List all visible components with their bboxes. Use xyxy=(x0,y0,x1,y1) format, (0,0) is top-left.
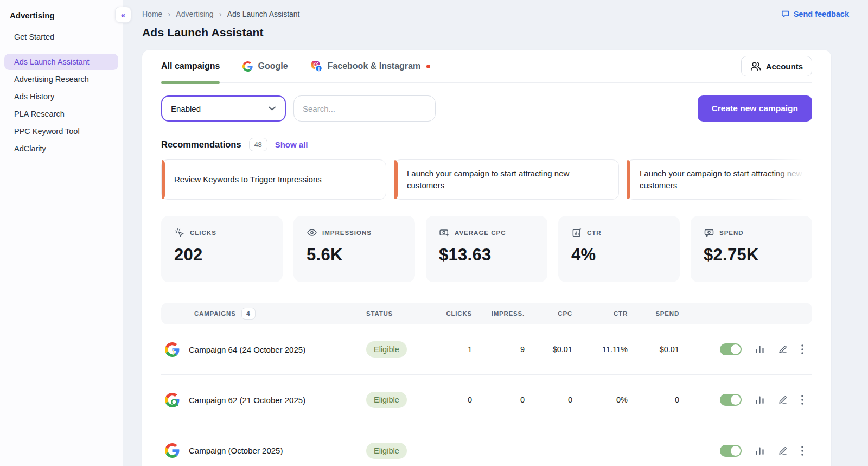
recommendations-title: Recommendations xyxy=(161,139,241,150)
stat-card-spend: SPEND $2.75K xyxy=(691,216,812,282)
status-filter-value: Enabled xyxy=(171,104,201,113)
analytics-chart-icon[interactable] xyxy=(755,345,764,354)
stat-value-clicks: 202 xyxy=(174,245,270,265)
sidebar-item-pla-research[interactable]: PLA Research xyxy=(4,106,118,122)
ctr-value: 0% xyxy=(572,395,628,404)
campaign-name[interactable]: Campaign (October 2025) xyxy=(189,446,283,455)
col-clicks: CLICKS xyxy=(429,310,472,317)
stat-card-clicks: CLICKS 202 xyxy=(161,216,283,282)
clicks-value: 1 xyxy=(429,345,472,354)
stat-card-average-cpc: AVERAGE CPC $13.63 xyxy=(426,216,547,282)
impressions-value: 0 xyxy=(472,395,525,404)
stat-value-average-cpc: $13.63 xyxy=(439,245,534,265)
top-bar: Home › Advertising › Ads Launch Assistan… xyxy=(123,0,868,18)
kebab-menu-icon[interactable] xyxy=(801,344,803,354)
col-cpc: CPC xyxy=(525,310,572,317)
send-feedback-label: Send feedback xyxy=(794,10,849,18)
edit-pencil-icon[interactable] xyxy=(778,344,788,354)
sidebar-item-ppc-keyword-tool[interactable]: PPC Keyword Tool xyxy=(4,123,118,139)
accent-bar xyxy=(394,160,398,199)
recommendation-text: Launch your campaign to start attracting… xyxy=(640,168,812,191)
accent-bar xyxy=(627,160,630,199)
sidebar-item-ads-launch-assistant[interactable]: Ads Launch Assistant xyxy=(4,54,118,70)
stat-label: CTR xyxy=(587,229,602,236)
sidebar-item-adclarity[interactable]: AdClarity xyxy=(4,141,118,157)
recommendation-card[interactable]: Launch your campaign to start attracting… xyxy=(394,159,619,200)
stat-card-impressions: IMPRESSIONS 5.6K xyxy=(293,216,415,282)
table-row: Campaign (October 2025) Eligible xyxy=(161,425,812,466)
google-search-icon xyxy=(165,393,180,407)
sidebar-item-advertising-research[interactable]: Advertising Research xyxy=(4,71,118,87)
tab-facebook-instagram[interactable]: f Facebook & Instagram xyxy=(311,50,431,82)
sidebar-title: Advertising xyxy=(0,9,123,28)
tab-google[interactable]: Google xyxy=(242,50,288,82)
stats-row: CLICKS 202 IMPRESSIONS 5.6K AV xyxy=(161,216,812,282)
recommendation-text: Review Keywords to Trigger Impressions xyxy=(174,174,322,186)
cursor-click-icon xyxy=(174,227,185,238)
accounts-button[interactable]: Accounts xyxy=(741,56,812,76)
edit-pencil-icon[interactable] xyxy=(778,395,788,405)
table-row: Campaign 64 (24 October 2025) Eligible 1… xyxy=(161,324,812,375)
stat-value-spend: $2.75K xyxy=(704,245,799,265)
stat-label: SPEND xyxy=(719,229,744,236)
spend-value: $0.01 xyxy=(628,345,679,354)
search-input[interactable] xyxy=(303,104,426,113)
table-header: CAMPAIGNS 4 STATUS CLICKS IMPRESS. CPC C… xyxy=(161,303,812,324)
col-impressions: IMPRESS. xyxy=(472,310,525,317)
status-badge: Eligible xyxy=(366,443,407,459)
campaigns-count-badge: 4 xyxy=(241,308,256,320)
campaign-enabled-toggle[interactable] xyxy=(720,394,742,406)
google-logo-icon xyxy=(242,61,253,72)
cpc-value: 0 xyxy=(525,395,572,404)
campaign-enabled-toggle[interactable] xyxy=(720,445,742,457)
breadcrumb-home[interactable]: Home xyxy=(142,10,162,18)
col-spend: SPEND xyxy=(628,310,679,317)
analytics-chart-icon[interactable] xyxy=(755,446,764,455)
status-filter-select[interactable]: Enabled xyxy=(161,95,286,122)
chat-bubble-icon xyxy=(781,9,790,18)
recommendation-card[interactable]: Review Keywords to Trigger Impressions xyxy=(161,159,386,200)
spend-value: 0 xyxy=(628,395,679,404)
kebab-menu-icon[interactable] xyxy=(801,446,803,456)
analytics-chart-icon[interactable] xyxy=(755,395,764,404)
send-feedback-link[interactable]: Send feedback xyxy=(781,9,849,18)
table-row: Campaign 62 (21 October 2025) Eligible 0… xyxy=(161,375,812,425)
kebab-menu-icon[interactable] xyxy=(801,395,803,405)
recommendations-header: Recommendations 48 Show all xyxy=(161,138,812,151)
ctr-value: 11.11% xyxy=(572,345,628,354)
page-title: Ads Launch Assistant xyxy=(123,18,868,39)
campaign-name[interactable]: Campaign 62 (21 October 2025) xyxy=(189,395,305,405)
recommendation-cards: Review Keywords to Trigger Impressions L… xyxy=(161,159,812,200)
search-box xyxy=(293,95,436,122)
clicks-value: 0 xyxy=(429,395,472,404)
breadcrumb-current: Ads Launch Assistant xyxy=(227,10,300,18)
facebook-instagram-icon: f xyxy=(311,61,323,72)
sidebar-item-ads-history[interactable]: Ads History xyxy=(4,88,118,105)
status-badge: Eligible xyxy=(366,392,407,408)
tab-all-campaigns-label: All campaigns xyxy=(161,61,220,71)
people-icon xyxy=(750,61,761,71)
sidebar-item-get-started[interactable]: Get Started xyxy=(4,29,118,45)
banknote-plus-icon xyxy=(704,227,714,238)
stat-card-ctr: CTR 4% xyxy=(558,216,680,282)
show-all-link[interactable]: Show all xyxy=(275,140,308,149)
tabs-bar: All campaigns Google f xyxy=(161,50,812,83)
recommendation-card[interactable]: Launch your campaign to start attracting… xyxy=(627,159,812,200)
sidebar-collapse-button[interactable]: « xyxy=(115,7,131,23)
sidebar: Advertising Get Started Ads Launch Assis… xyxy=(0,0,123,466)
campaign-enabled-toggle[interactable] xyxy=(720,343,742,355)
cpc-value: $0.01 xyxy=(525,345,572,354)
chevron-right-icon: › xyxy=(168,9,170,18)
breadcrumb: Home › Advertising › Ads Launch Assistan… xyxy=(142,9,300,18)
campaign-name[interactable]: Campaign 64 (24 October 2025) xyxy=(189,345,305,354)
recommendations-count-badge: 48 xyxy=(249,138,267,151)
status-badge: Eligible xyxy=(366,341,407,358)
breadcrumb-advertising[interactable]: Advertising xyxy=(176,10,213,18)
tab-all-campaigns[interactable]: All campaigns xyxy=(161,50,220,82)
edit-pencil-icon[interactable] xyxy=(778,446,788,456)
stat-label: AVERAGE CPC xyxy=(455,229,506,236)
campaigns-table: CAMPAIGNS 4 STATUS CLICKS IMPRESS. CPC C… xyxy=(161,303,812,466)
chevron-down-icon xyxy=(268,106,276,111)
create-new-campaign-button[interactable]: Create new campaign xyxy=(698,95,812,122)
stat-value-ctr: 4% xyxy=(571,245,667,265)
